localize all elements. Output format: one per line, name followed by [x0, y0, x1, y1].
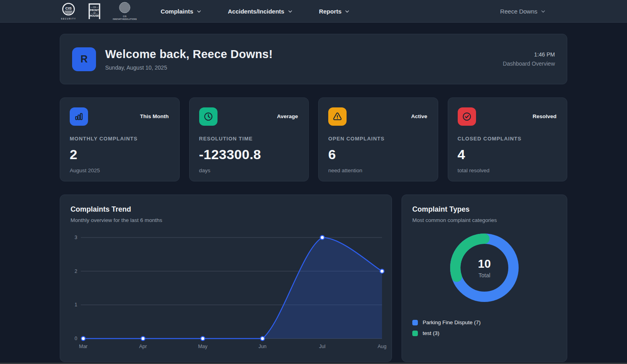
stat-sub: August 2025 [70, 167, 170, 173]
welcome-context: Dashboard Overview [503, 60, 555, 67]
stats-row: This Month MONTHLY COMPLAINTS 2 August 2… [60, 97, 567, 181]
stat-badge: Resolved [533, 113, 556, 119]
cis-innovative-caption: CIS INNOVATIVESOLUTIONS [113, 16, 137, 21]
user-menu[interactable]: Reece Downs [500, 8, 546, 15]
stat-value: 2 [70, 147, 170, 162]
cis-security-caption: SECURITY [61, 18, 76, 20]
stat-value: 4 [458, 147, 558, 162]
svg-text:1: 1 [74, 302, 77, 308]
main-nav: Complaints Accidents/Incidents Reports [161, 8, 350, 15]
avatar: R [72, 47, 96, 71]
nav-item-complaints-label: Complaints [161, 8, 193, 15]
stat-sub: need attention [328, 167, 428, 173]
svg-text:Aug: Aug [378, 344, 386, 349]
stat-label: CLOSED COMPLAINTS [458, 136, 558, 142]
legend-item[interactable]: Parking Fine Dispute (7) [412, 319, 556, 325]
stat-value: -123300.8 [199, 147, 299, 162]
logo-group: CIS SECURITY — CIS — FRONT — OF — HOUSE [61, 2, 137, 21]
nav-item-reports[interactable]: Reports [319, 8, 350, 15]
svg-text:2: 2 [74, 269, 77, 274]
legend-swatch [412, 320, 418, 325]
stat-sub: total resolved [458, 167, 558, 173]
welcome-title: Welcome back, Reece Downs! [105, 48, 273, 61]
front-of-house-logo: — CIS — FRONT — OF — HOUSE [86, 2, 102, 20]
cis-innovative-solutions-logo: CIS INNOVATIVESOLUTIONS [113, 2, 137, 21]
chevron-down-icon [196, 9, 202, 14]
donut-chart [445, 228, 524, 308]
donut-legend: Parking Fine Dispute (7) test (3) [412, 319, 556, 336]
svg-text:Jul: Jul [319, 344, 325, 349]
svg-text:0: 0 [74, 336, 77, 341]
types-subtitle: Most common complaint categories [412, 217, 556, 223]
front-of-house-logo-icon: — CIS — FRONT — OF — HOUSE [86, 2, 102, 20]
trend-subtitle: Monthly overview for the last 6 months [71, 217, 381, 223]
stat-badge: This Month [140, 113, 169, 119]
cis-security-logo: CIS SECURITY [61, 2, 76, 20]
bar-chart-icon [70, 107, 88, 126]
svg-text:— OF —: — OF — [91, 12, 98, 14]
check-circle-icon [458, 107, 476, 126]
stat-card-resolution-time: Average RESOLUTION TIME -123300.8 days [189, 97, 309, 181]
nav-item-complaints[interactable]: Complaints [161, 8, 202, 15]
stat-label: RESOLUTION TIME [199, 136, 299, 142]
nav-item-reports-label: Reports [319, 8, 342, 15]
stat-label: MONTHLY COMPLAINTS [70, 136, 170, 142]
cis-security-logo-icon: CIS [61, 2, 76, 17]
nav-item-accidents-label: Accidents/Incidents [228, 8, 284, 15]
stat-card-open-complaints: Active OPEN COMPLAINTS 6 need attention [318, 97, 438, 181]
svg-text:Jun: Jun [259, 344, 266, 349]
user-name: Reece Downs [500, 8, 537, 15]
welcome-card: R Welcome back, Reece Downs! Sunday, Aug… [60, 34, 567, 84]
legend-label: test (3) [423, 330, 439, 336]
stat-badge: Active [411, 113, 427, 119]
stat-value: 6 [328, 147, 428, 162]
stat-card-monthly-complaints: This Month MONTHLY COMPLAINTS 2 August 2… [60, 97, 180, 181]
trend-line-chart: 3210MarAprMayJunJulAug [71, 232, 382, 351]
svg-text:May: May [198, 344, 208, 349]
chevron-down-icon [345, 9, 350, 14]
svg-text:— CIS —: — CIS — [91, 6, 99, 8]
legend-item[interactable]: test (3) [412, 330, 556, 336]
types-title: Complaint Types [412, 205, 556, 214]
trend-title: Complaints Trend [71, 205, 381, 214]
clock-icon [199, 107, 217, 126]
charts-row: Complaints Trend Monthly overview for th… [60, 195, 567, 362]
main-content: R Welcome back, Reece Downs! Sunday, Aug… [60, 23, 567, 362]
warning-icon [328, 107, 347, 126]
welcome-date: Sunday, August 10, 2025 [105, 64, 273, 71]
chevron-down-icon [288, 9, 293, 14]
stat-sub: days [199, 167, 299, 173]
nav-item-accidents-incidents[interactable]: Accidents/Incidents [228, 8, 293, 15]
svg-text:HOUSE: HOUSE [90, 14, 100, 17]
stat-label: OPEN COMPLAINTS [328, 136, 428, 142]
cis-innovative-solutions-logo-icon [118, 2, 131, 15]
topbar: CIS SECURITY — CIS — FRONT — OF — HOUSE [0, 0, 627, 23]
welcome-time: 1:46 PM [503, 51, 555, 58]
svg-text:Apr: Apr [139, 344, 147, 349]
stat-card-closed-complaints: Resolved CLOSED COMPLAINTS 4 total resol… [448, 97, 568, 181]
svg-text:3: 3 [74, 235, 77, 240]
complaint-types-card: Complaint Types Most common complaint ca… [402, 195, 567, 362]
chevron-down-icon [541, 9, 546, 14]
stat-badge: Average [277, 113, 298, 119]
legend-label: Parking Fine Dispute (7) [423, 319, 481, 325]
legend-swatch [412, 331, 418, 336]
svg-text:Mar: Mar [79, 344, 88, 349]
svg-text:CIS: CIS [65, 6, 72, 10]
svg-text:FRONT: FRONT [90, 9, 99, 12]
complaints-trend-card: Complaints Trend Monthly overview for th… [60, 195, 392, 362]
